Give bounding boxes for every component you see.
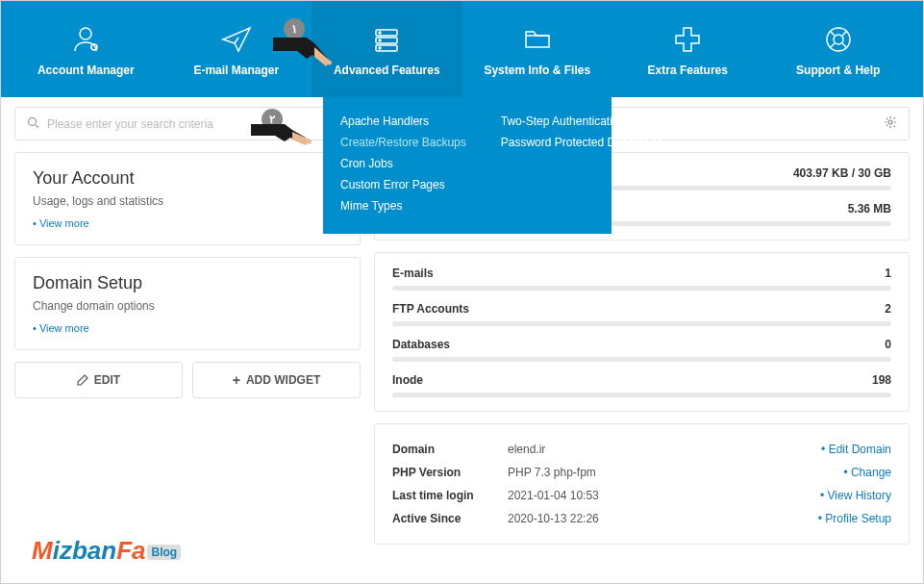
svg-point-7: [379, 47, 381, 49]
emails-value: 1: [885, 267, 891, 280]
edit-button[interactable]: EDIT: [14, 362, 183, 398]
dropdown-custom-error-pages[interactable]: Custom Error Pages: [340, 174, 466, 195]
bandwidth-value: 5.36 MB: [848, 202, 891, 216]
info-login-label: Last time login: [392, 489, 508, 502]
gear-icon[interactable]: [884, 115, 897, 132]
folder-icon: [520, 21, 555, 58]
inode-label: Inode: [392, 373, 423, 387]
emails-bar: [392, 286, 891, 291]
add-widget-button[interactable]: + ADD WIDGET: [192, 362, 361, 398]
edit-domain-link[interactable]: Edit Domain: [821, 443, 891, 456]
domain-info-box: Domainelend.irEdit Domain PHP VersionPHP…: [374, 423, 910, 545]
user-icon: [68, 21, 103, 58]
lifebuoy-icon: [821, 21, 856, 58]
info-php-value: PHP 7.3 php-fpm: [508, 466, 843, 479]
info-login-value: 2021-01-04 10:53: [508, 489, 820, 502]
advanced-features-dropdown: Apache Handlers Create/Restore Backups C…: [323, 97, 612, 234]
account-view-more[interactable]: • View more: [33, 217, 342, 229]
svg-point-11: [888, 120, 892, 124]
pointing-hand-icon: [246, 118, 313, 157]
domain-title: Domain Setup: [33, 273, 342, 293]
dropdown-password-protected[interactable]: Password Protected Directories: [501, 132, 662, 153]
domain-view-more[interactable]: • View more: [33, 322, 342, 334]
inode-value: 198: [872, 373, 891, 387]
ftp-value: 2: [885, 302, 891, 316]
account-sub: Usage, logs and statistics: [33, 194, 342, 208]
domain-setup-card: Domain Setup Change domain options • Vie…: [14, 257, 361, 350]
info-php-label: PHP Version: [392, 466, 508, 479]
view-history-link[interactable]: View History: [820, 489, 891, 502]
top-navigation: Account Manager E-mail Manager Advanced …: [1, 1, 923, 97]
svg-point-6: [379, 39, 381, 41]
ftp-bar: [392, 321, 891, 326]
paper-plane-icon: [219, 21, 254, 58]
emails-label: E-mails: [392, 267, 434, 280]
your-account-card: Your Account Usage, logs and statistics …: [14, 152, 361, 245]
dropdown-create-restore-backups[interactable]: Create/Restore Backups: [340, 132, 466, 153]
nav-extra-features[interactable]: Extra Features: [612, 1, 763, 97]
account-title: Your Account: [33, 168, 342, 189]
svg-point-0: [80, 28, 91, 39]
dropdown-cron-jobs[interactable]: Cron Jobs: [340, 153, 466, 174]
server-icon: [369, 21, 404, 58]
nav-support-help[interactable]: Support & Help: [763, 1, 914, 97]
inode-bar: [392, 393, 891, 397]
info-active-label: Active Since: [392, 512, 508, 525]
db-value: 0: [885, 338, 891, 351]
plus-icon: [670, 21, 705, 58]
svg-point-13: [306, 140, 312, 144]
pencil-icon: [77, 374, 88, 386]
nav-account-manager[interactable]: Account Manager: [11, 1, 162, 97]
plus-small-icon: +: [233, 372, 240, 388]
db-bar: [392, 357, 891, 362]
disk-space-value: 403.97 KB / 30 GB: [793, 166, 891, 180]
svg-point-10: [29, 117, 37, 125]
svg-point-12: [326, 61, 332, 65]
db-label: Databases: [392, 338, 450, 351]
profile-setup-link[interactable]: Profile Setup: [818, 512, 891, 525]
domain-sub: Change domain options: [33, 299, 342, 313]
pointing-hand-icon: [268, 30, 336, 78]
search-icon: [27, 116, 39, 132]
mizbanfa-logo: MizbanFaBlog: [32, 536, 181, 566]
info-active-value: 2020-10-13 22:26: [508, 512, 818, 525]
svg-point-9: [834, 35, 843, 44]
accounts-stats-box: E-mails1 FTP Accounts2 Databases0 Inode1…: [374, 252, 910, 412]
dropdown-two-step-auth[interactable]: Two-Step Authentication: [501, 111, 662, 132]
change-link[interactable]: Change: [843, 466, 891, 479]
dropdown-mime-types[interactable]: Mime Types: [340, 195, 466, 216]
info-domain-value: elend.ir: [508, 443, 821, 456]
ftp-label: FTP Accounts: [392, 302, 469, 316]
info-domain-label: Domain: [392, 443, 508, 456]
svg-point-5: [379, 32, 381, 34]
nav-system-info[interactable]: System Info & Files: [462, 1, 613, 97]
dropdown-apache-handlers[interactable]: Apache Handlers: [340, 111, 466, 132]
